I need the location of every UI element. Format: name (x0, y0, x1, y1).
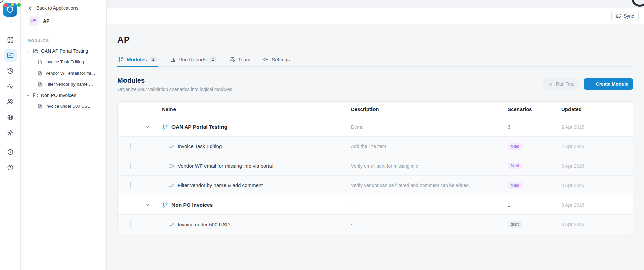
sidebar-scenario-item[interactable]: Invoice Task Editing (32, 56, 106, 68)
tab-bar: Modules 2 Run Reports 2 Team Settings (117, 53, 633, 67)
sidebar-module-item[interactable]: Non PO Invoices (21, 90, 106, 101)
history-icon (7, 68, 14, 74)
video-icon (169, 183, 174, 188)
rail-item-info[interactable] (4, 146, 17, 159)
table-row-scenario[interactable]: Filter vendor by name & add comment Veri… (118, 176, 633, 195)
column-header-scenarios: Scenarios (508, 106, 561, 112)
tab-label: Run Reports (179, 57, 207, 62)
app-folder-badge (29, 16, 39, 26)
rail-item-globe[interactable] (4, 111, 17, 124)
rail-item-settings[interactable] (4, 126, 17, 139)
row-expander[interactable] (139, 202, 155, 208)
file-icon (38, 82, 42, 87)
sidebar-scenario-label: Invoice Task Editing (45, 59, 84, 64)
top-band (107, 0, 644, 8)
rail-item-projects[interactable] (4, 49, 17, 62)
row-checkbox[interactable] (130, 143, 131, 149)
back-label: Back to Applications (36, 5, 78, 11)
tab-run-reports[interactable]: Run Reports 2 (169, 53, 218, 66)
run-test-button[interactable]: Run Test (543, 78, 580, 90)
video-icon (169, 222, 174, 227)
module-name: Non PO Invoices (171, 202, 213, 208)
rail-item-history[interactable] (4, 64, 17, 77)
sidebar-module-label: Non PO Invoices (41, 93, 76, 98)
updated-date: 3 Apr 2026 (561, 222, 633, 227)
row-checkbox[interactable] (125, 201, 125, 208)
scenario-name: Invoice under 500 USD (178, 222, 230, 227)
tab-count-badge: 2 (150, 56, 157, 62)
run-test-label: Run Test (556, 81, 575, 87)
back-to-applications-link[interactable]: Back to Applications (21, 0, 106, 13)
updated-date: 3 Apr 2026 (561, 202, 633, 208)
module-description: Demo (351, 124, 508, 130)
module-name: OAN AP Portal Testing (171, 124, 227, 130)
activity-icon (7, 83, 14, 90)
chevron-down-icon[interactable] (26, 93, 30, 98)
traffic-light-yellow[interactable] (11, 3, 14, 6)
users-icon (7, 98, 14, 105)
table-row-scenario[interactable]: Invoice under 500 USD - draft 3 Apr 2026 (118, 215, 633, 234)
rail-item-dashboard[interactable] (4, 34, 17, 46)
refresh-icon (616, 13, 621, 18)
sidebar-scenario-label: Invoice under 500 USD (45, 104, 90, 109)
updated-date: 2 Apr 2026 (561, 124, 633, 130)
chevron-down-icon[interactable] (26, 49, 30, 53)
bar-chart-icon (170, 57, 176, 62)
select-all-checkbox[interactable] (125, 106, 125, 113)
traffic-light-red[interactable] (4, 3, 7, 7)
sidebar: Back to Applications AP MODULES OAN AP P… (21, 0, 107, 270)
table-row-scenario[interactable]: Invoice Task Editing Add the line item f… (118, 137, 633, 156)
sidebar-scenario-item[interactable]: Filter vendor by name & add comment (32, 79, 106, 90)
play-icon (548, 82, 553, 87)
column-header-name: Name (155, 106, 351, 112)
scenario-name: Filter vendor by name & add comment (178, 182, 263, 188)
traffic-light-green[interactable] (17, 3, 21, 7)
tab-team[interactable]: Team (229, 53, 251, 66)
sidebar-scenario-label: Vendor WF email for missing info via por… (45, 71, 96, 76)
updated-date: 2 Apr 2026 (561, 144, 633, 149)
scenario-description: Verify email sent for missing info (351, 163, 508, 169)
sidebar-module-children: Invoice Task Editing Vendor WF email for… (32, 56, 106, 90)
sync-label: Sync (624, 13, 634, 19)
current-app-row[interactable]: AP (21, 13, 106, 31)
row-expander[interactable] (139, 124, 155, 130)
table-row-module[interactable]: Non PO Invoices - 1 3 Apr 2026 (118, 195, 633, 215)
updated-date: 3 Apr 2026 (561, 163, 633, 169)
row-checkbox[interactable] (130, 182, 131, 188)
rail-item-help[interactable] (4, 161, 17, 174)
status-badge: fixed (508, 143, 522, 150)
sidebar-module-item[interactable]: OAN AP Portal Testing (21, 45, 106, 56)
file-icon (38, 104, 42, 109)
tab-settings[interactable]: Settings (262, 53, 290, 66)
sidebar-module-label: OAN AP Portal Testing (41, 48, 88, 54)
header-bar: Sync (107, 8, 644, 24)
sidebar-scenario-item[interactable]: Vendor WF email for missing info via por… (32, 68, 106, 79)
table-row-module[interactable]: OAN AP Portal Testing Demo 3 2 Apr 2026 (118, 117, 633, 137)
sidebar-scenario-item[interactable]: Invoice under 500 USD (32, 101, 106, 112)
row-checkbox[interactable] (125, 124, 125, 130)
row-checkbox[interactable] (130, 221, 131, 227)
sync-button[interactable]: Sync (611, 11, 639, 21)
table-body: OAN AP Portal Testing Demo 3 2 Apr 2026 … (118, 117, 633, 234)
scenario-name: Invoice Task Editing (178, 143, 222, 149)
column-header-updated: Updated (561, 106, 633, 112)
rail-item-team[interactable] (4, 95, 17, 108)
sidebar-module-group: OAN AP Portal Testing Invoice Task Editi… (21, 45, 106, 90)
module-description: - (351, 202, 508, 208)
scenario-description: - (351, 222, 508, 227)
tab-modules[interactable]: Modules 2 (117, 53, 158, 66)
column-header-description: Description (351, 106, 508, 112)
tab-label: Team (238, 57, 250, 62)
section-header: Modules Organize your validation scenari… (117, 76, 232, 92)
globe-icon (7, 114, 14, 121)
create-module-button[interactable]: Create Module (584, 78, 633, 90)
rail-item-activity[interactable] (4, 80, 17, 93)
file-icon (38, 71, 42, 76)
table-row-scenario[interactable]: Vendor WF email for missing info via por… (118, 156, 633, 176)
sidebar-expand-toggle[interactable] (0, 19, 21, 25)
scenario-description: Add the line item (351, 144, 508, 149)
users-icon (230, 57, 235, 62)
row-checkbox[interactable] (130, 163, 131, 169)
tab-label: Settings (271, 57, 290, 62)
video-icon (169, 163, 174, 169)
